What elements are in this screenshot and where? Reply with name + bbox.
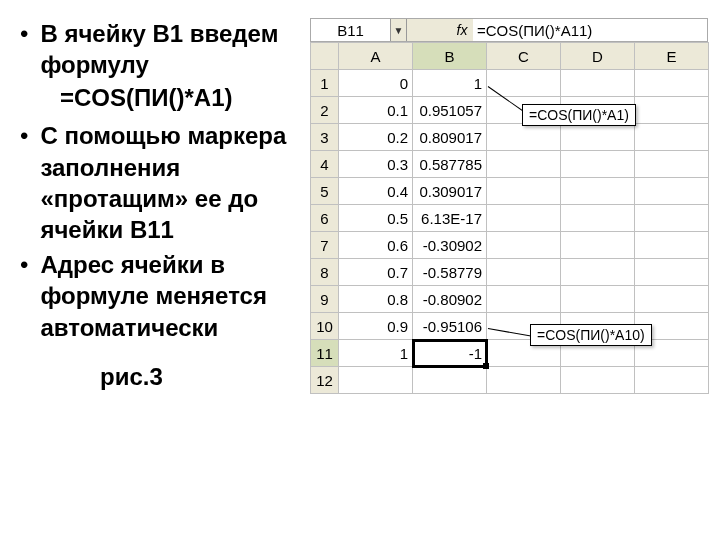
fx-icon[interactable]: fx <box>451 22 473 38</box>
cell[interactable] <box>561 205 635 232</box>
cell[interactable] <box>561 232 635 259</box>
bullet-2: • С помощью маркера заполнения «протащим… <box>20 120 300 245</box>
row-header[interactable]: 4 <box>311 151 339 178</box>
cell[interactable] <box>339 367 413 394</box>
bullet-dot: • <box>20 249 28 343</box>
bullet-dot: • <box>20 18 28 80</box>
cell[interactable]: 0.9 <box>339 313 413 340</box>
cell[interactable] <box>635 178 709 205</box>
cell[interactable]: 0.2 <box>339 124 413 151</box>
text-panel: • В ячейку В1 введем формулу =COS(ПИ()*A… <box>20 18 300 391</box>
row-header[interactable]: 11 <box>311 340 339 367</box>
cell[interactable] <box>487 124 561 151</box>
table-row: 6 0.5 6.13E-17 <box>311 205 709 232</box>
cell[interactable] <box>487 151 561 178</box>
table-row: 12 <box>311 367 709 394</box>
table-row: 5 0.4 0.309017 <box>311 178 709 205</box>
bullet-2-text: С помощью маркера заполнения «протащим» … <box>40 120 300 245</box>
cell[interactable]: 0.6 <box>339 232 413 259</box>
cell[interactable] <box>635 70 709 97</box>
cell[interactable] <box>635 367 709 394</box>
formula-bar[interactable]: =COS(ПИ()*A11) <box>473 19 707 41</box>
formula-bar-row: B11 ▼ fx =COS(ПИ()*A11) <box>310 18 708 42</box>
cell[interactable]: 0.309017 <box>413 178 487 205</box>
table-row: 8 0.7 -0.58779 <box>311 259 709 286</box>
cell[interactable] <box>561 151 635 178</box>
bullet-1: • В ячейку В1 введем формулу <box>20 18 300 80</box>
cell[interactable]: -0.30902 <box>413 232 487 259</box>
cell[interactable] <box>561 70 635 97</box>
name-box-dropdown-icon[interactable]: ▼ <box>391 19 407 41</box>
cell[interactable]: -0.58779 <box>413 259 487 286</box>
cell[interactable]: 0.7 <box>339 259 413 286</box>
cell[interactable]: -0.95106 <box>413 313 487 340</box>
row-header[interactable]: 7 <box>311 232 339 259</box>
cell[interactable] <box>561 124 635 151</box>
callout-b1: =COS(ПИ()*A1) <box>522 104 636 126</box>
cell[interactable] <box>635 232 709 259</box>
name-box[interactable]: B11 <box>311 19 391 41</box>
cell[interactable] <box>487 259 561 286</box>
row-header[interactable]: 9 <box>311 286 339 313</box>
row-header[interactable]: 12 <box>311 367 339 394</box>
table-row: 4 0.3 0.587785 <box>311 151 709 178</box>
cell[interactable]: 1 <box>339 340 413 367</box>
cell[interactable] <box>561 286 635 313</box>
cell[interactable]: 0.5 <box>339 205 413 232</box>
row-header[interactable]: 10 <box>311 313 339 340</box>
cell[interactable] <box>635 286 709 313</box>
bullet-3: • Адрес ячейки в формуле меняется автома… <box>20 249 300 343</box>
cell[interactable] <box>635 97 709 124</box>
cell[interactable] <box>487 367 561 394</box>
cell[interactable]: -0.80902 <box>413 286 487 313</box>
row-header[interactable]: 3 <box>311 124 339 151</box>
col-header-E[interactable]: E <box>635 43 709 70</box>
col-header-C[interactable]: C <box>487 43 561 70</box>
cell[interactable]: 0.1 <box>339 97 413 124</box>
row-header[interactable]: 5 <box>311 178 339 205</box>
bullet-dot: • <box>20 120 28 245</box>
cell[interactable] <box>561 259 635 286</box>
cell[interactable]: 1 <box>413 70 487 97</box>
bullet-3-text: Адрес ячейки в формуле меняется автомати… <box>40 249 300 343</box>
table-row: 7 0.6 -0.30902 <box>311 232 709 259</box>
cell[interactable]: 0.8 <box>339 286 413 313</box>
cell[interactable]: 0.951057 <box>413 97 487 124</box>
row-header[interactable]: 2 <box>311 97 339 124</box>
table-row: 3 0.2 0.809017 <box>311 124 709 151</box>
cell[interactable] <box>635 205 709 232</box>
cell[interactable] <box>487 205 561 232</box>
col-header-D[interactable]: D <box>561 43 635 70</box>
cell[interactable] <box>487 178 561 205</box>
cell[interactable]: 0.809017 <box>413 124 487 151</box>
figure-caption: рис.3 <box>100 363 300 391</box>
cell[interactable] <box>561 178 635 205</box>
corner-cell[interactable] <box>311 43 339 70</box>
cell[interactable]: 0.3 <box>339 151 413 178</box>
col-header-B[interactable]: B <box>413 43 487 70</box>
row-header[interactable]: 6 <box>311 205 339 232</box>
bullet-1-text: В ячейку В1 введем формулу <box>40 18 300 80</box>
column-headers: A B C D E <box>311 43 709 70</box>
table-row: 9 0.8 -0.80902 <box>311 286 709 313</box>
callout-b10: =COS(ПИ()*A10) <box>530 324 652 346</box>
selected-cell[interactable]: -1 <box>413 340 487 367</box>
cell[interactable]: 0.587785 <box>413 151 487 178</box>
cell[interactable] <box>635 259 709 286</box>
row-header[interactable]: 8 <box>311 259 339 286</box>
cell[interactable] <box>635 151 709 178</box>
cell[interactable] <box>487 232 561 259</box>
table-row: 1 0 1 <box>311 70 709 97</box>
cell[interactable]: 6.13E-17 <box>413 205 487 232</box>
cell[interactable] <box>561 367 635 394</box>
cell[interactable]: 0.4 <box>339 178 413 205</box>
col-header-A[interactable]: A <box>339 43 413 70</box>
cell[interactable] <box>413 367 487 394</box>
cell[interactable] <box>635 124 709 151</box>
cell[interactable]: 0 <box>339 70 413 97</box>
cell[interactable] <box>487 286 561 313</box>
formula-line: =COS(ПИ()*A1) <box>60 84 300 112</box>
row-header[interactable]: 1 <box>311 70 339 97</box>
